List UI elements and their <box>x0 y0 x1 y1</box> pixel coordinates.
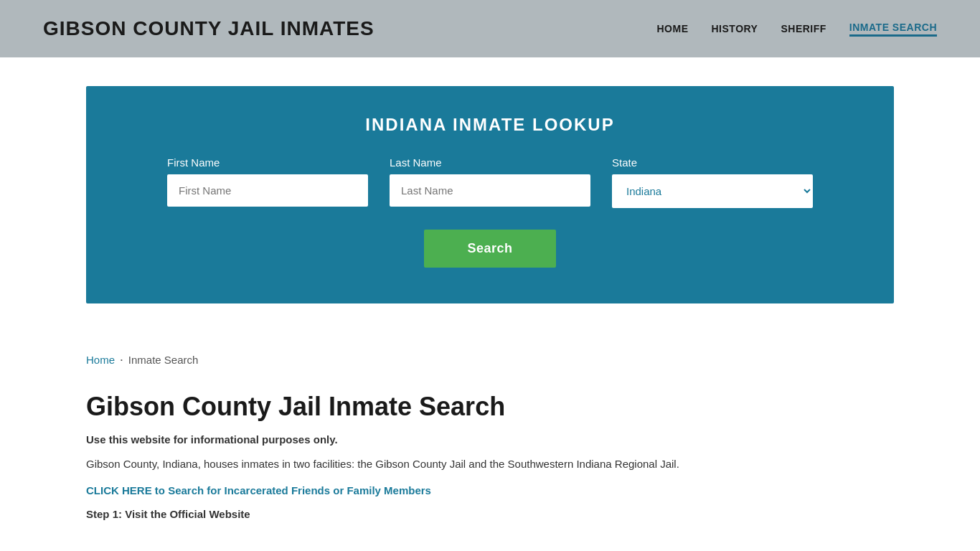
nav-inmate-search[interactable]: INMATE SEARCH <box>849 22 937 37</box>
step-title: Step 1: Visit the Official Website <box>86 508 894 520</box>
nav-sheriff[interactable]: SHERIFF <box>781 23 826 34</box>
state-select[interactable]: Indiana <box>612 174 813 208</box>
last-name-input[interactable] <box>390 174 590 207</box>
breadcrumb-home[interactable]: Home <box>86 354 115 366</box>
first-name-input[interactable] <box>167 174 368 207</box>
info-bold: Use this website for informational purpo… <box>86 433 894 446</box>
state-group: State Indiana <box>612 156 813 208</box>
search-btn-row: Search <box>129 230 851 268</box>
nav-home[interactable]: HOME <box>657 23 689 34</box>
main-content: Home • Inmate Search Gibson County Jail … <box>0 332 980 549</box>
state-label: State <box>612 156 813 169</box>
main-nav: HOME HISTORY SHERIFF INMATE SEARCH <box>657 22 938 37</box>
breadcrumb-current: Inmate Search <box>128 354 199 366</box>
site-header: GIBSON COUNTY JAIL INMATES HOME HISTORY … <box>0 0 980 57</box>
last-name-label: Last Name <box>390 156 590 169</box>
click-here-link[interactable]: CLICK HERE to Search for Incarcerated Fr… <box>86 484 431 496</box>
breadcrumb: Home • Inmate Search <box>86 354 894 366</box>
first-name-group: First Name <box>167 156 368 208</box>
nav-history[interactable]: HISTORY <box>712 23 758 34</box>
last-name-group: Last Name <box>390 156 590 208</box>
lookup-title: INDIANA INMATE LOOKUP <box>129 115 851 135</box>
lookup-section: INDIANA INMATE LOOKUP First Name Last Na… <box>86 86 894 303</box>
info-text: Gibson County, Indiana, houses inmates i… <box>86 456 894 473</box>
page-title: Gibson County Jail Inmate Search <box>86 392 894 422</box>
breadcrumb-separator: • <box>121 357 123 363</box>
form-row: First Name Last Name State Indiana <box>129 156 851 208</box>
search-button[interactable]: Search <box>424 230 555 268</box>
site-title: GIBSON COUNTY JAIL INMATES <box>43 17 374 40</box>
first-name-label: First Name <box>167 156 368 169</box>
